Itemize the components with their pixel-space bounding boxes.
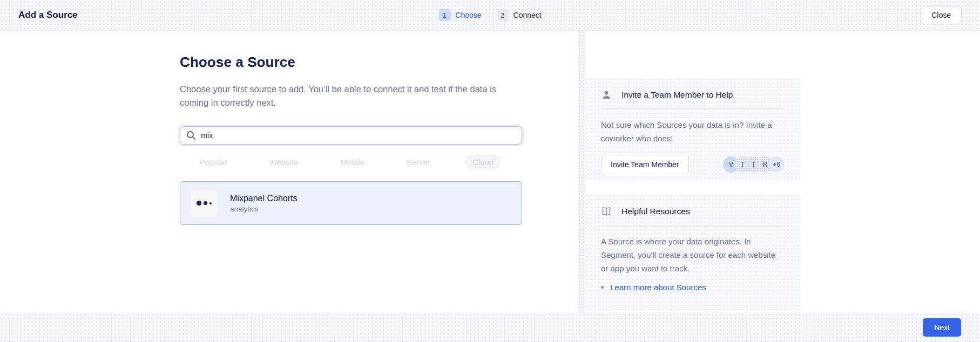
invite-panel-header: Invite a Team Member to Help: [601, 90, 786, 109]
source-search: [180, 126, 522, 145]
result-category: analytics: [230, 205, 298, 213]
next-button[interactable]: Next: [923, 318, 961, 337]
close-button[interactable]: Close: [921, 6, 962, 24]
helpful-resources-panel: Helpful Resources A Source is where your…: [586, 194, 801, 313]
choose-source-section: Choose a Source Choose your first source…: [180, 31, 522, 225]
resources-panel-header: Helpful Resources: [601, 206, 786, 225]
section-heading: Choose a Source: [180, 54, 522, 71]
category-tabs: Popular Website Mobile Server Cloud: [180, 154, 522, 170]
invite-team-member-button[interactable]: Invite Team Member: [601, 155, 689, 174]
learn-more-sources-link[interactable]: Learn more about Sources: [610, 283, 706, 292]
tab-mobile[interactable]: Mobile: [333, 154, 372, 170]
step-connect-label: Connect: [513, 11, 542, 19]
step-choose[interactable]: 1 Choose: [438, 9, 481, 21]
tab-server[interactable]: Server: [399, 154, 438, 170]
team-avatars: V T T R +6: [723, 156, 785, 173]
wizard-steps: 1 Choose 2 Connect: [438, 0, 541, 30]
result-text: Mixpanel Cohorts analytics: [230, 194, 298, 213]
topbar: Add a Source 1 Choose 2 Connect Close: [0, 0, 980, 31]
book-icon: [601, 206, 612, 217]
section-description: Choose your first source to add. You’ll …: [180, 83, 501, 110]
sidebar-divider: [578, 31, 586, 313]
tab-popular[interactable]: Popular: [192, 154, 235, 170]
avatar-overflow-count[interactable]: +6: [768, 156, 785, 173]
resource-links: Learn more about Sources: [601, 283, 786, 292]
resource-link-item: Learn more about Sources: [601, 283, 786, 292]
step-choose-number: 1: [438, 9, 450, 21]
source-result-mixpanel-cohorts[interactable]: Mixpanel Cohorts analytics: [180, 181, 522, 225]
invite-panel-title: Invite a Team Member to Help: [621, 90, 733, 100]
step-choose-label: Choose: [455, 11, 481, 19]
search-input[interactable]: [180, 126, 522, 145]
page-title: Add a Source: [18, 10, 78, 20]
step-connect-number: 2: [497, 9, 509, 21]
mixpanel-logo-icon: [191, 190, 218, 217]
resources-panel-title: Helpful Resources: [621, 207, 690, 216]
footer-bar: Next: [0, 313, 980, 342]
tab-website[interactable]: Website: [262, 154, 306, 170]
tab-cloud[interactable]: Cloud: [465, 154, 501, 170]
resources-panel-body: A Source is where your data originates. …: [601, 235, 779, 275]
step-connect[interactable]: 2 Connect: [497, 9, 542, 21]
main-area: Choose a Source Choose your first source…: [0, 31, 980, 313]
search-icon: [186, 130, 197, 141]
result-name: Mixpanel Cohorts: [230, 194, 298, 203]
person-icon: [601, 90, 612, 100]
invite-panel-body: Not sure which Sources your data is in? …: [601, 118, 779, 145]
invite-row: Invite Team Member V T T R +6: [601, 155, 786, 174]
bullet-icon: [601, 286, 604, 289]
invite-panel: Invite a Team Member to Help Not sure wh…: [586, 78, 801, 181]
